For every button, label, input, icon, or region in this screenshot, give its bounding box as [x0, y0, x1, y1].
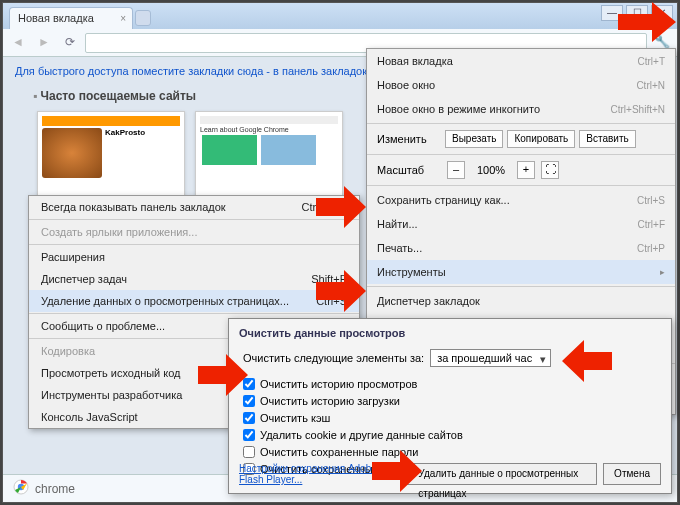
submenu-clear-browsing-data[interactable]: Удаление данных о просмотренных страница…: [29, 290, 359, 312]
submenu-extensions[interactable]: Расширения: [29, 246, 359, 268]
zoom-out-button[interactable]: –: [447, 161, 465, 179]
clear-browsing-data-dialog: Очистить данные просмотров Очистить след…: [228, 318, 672, 494]
chrome-logo-icon: [13, 479, 29, 498]
cut-button[interactable]: Вырезать: [445, 130, 503, 148]
zoom-in-button[interactable]: +: [517, 161, 535, 179]
tab-close-icon[interactable]: ×: [120, 13, 126, 24]
clear-range-label: Очистить следующие элементы за:: [243, 352, 424, 364]
site-thumbnail[interactable]: KakProsto: [37, 111, 185, 199]
cb-download-history[interactable]: Очистить историю загрузки: [243, 392, 657, 409]
menu-bookmark-manager[interactable]: Диспетчер закладок: [367, 289, 675, 313]
window-titlebar: Новая вкладка × — ☐ ✕: [3, 3, 677, 29]
dialog-title: Очистить данные просмотров: [229, 319, 671, 343]
fullscreen-button[interactable]: ⛶: [541, 161, 559, 179]
cancel-button[interactable]: Отмена: [603, 463, 661, 485]
time-range-select[interactable]: за прошедший час: [430, 349, 551, 367]
cb-cache[interactable]: Очистить кэш: [243, 409, 657, 426]
clear-data-button[interactable]: Удалить данные о просмотренных страницах: [407, 463, 597, 485]
cb-browsing-history[interactable]: Очистить историю просмотров: [243, 375, 657, 392]
menu-print[interactable]: Печать...Ctrl+P: [367, 236, 675, 260]
paste-button[interactable]: Вставить: [579, 130, 635, 148]
cb-cookies[interactable]: Удалить cookie и другие данные сайтов: [243, 426, 657, 443]
menu-zoom-row: Масштаб – 100% + ⛶: [367, 157, 675, 183]
reload-button[interactable]: ⟳: [59, 33, 81, 53]
menu-edit-row: Изменить Вырезать Копировать Вставить: [367, 126, 675, 152]
submenu-task-manager[interactable]: Диспетчер задачShift+E: [29, 268, 359, 290]
menu-tools[interactable]: Инструменты▸: [367, 260, 675, 284]
flash-settings-link[interactable]: Настройки сохранения Adobe Flash Player.…: [239, 463, 401, 485]
back-button[interactable]: ◄: [7, 33, 29, 53]
tab-title: Новая вкладка: [18, 12, 94, 24]
menu-find[interactable]: Найти...Ctrl+F: [367, 212, 675, 236]
menu-new-tab[interactable]: Новая вкладкаCtrl+T: [367, 49, 675, 73]
site-thumbnail[interactable]: Learn about Google Chrome: [195, 111, 343, 199]
window-close-button[interactable]: ✕: [651, 5, 673, 21]
copy-button[interactable]: Копировать: [507, 130, 575, 148]
submenu-create-shortcuts: Создать ярлыки приложения...: [29, 221, 359, 243]
menu-new-window[interactable]: Новое окноCtrl+N: [367, 73, 675, 97]
submenu-always-show-bookmarks[interactable]: Всегда показывать панель закладокCtrl+Sh…: [29, 196, 359, 218]
cb-passwords[interactable]: Очистить сохраненные пароли: [243, 443, 657, 460]
browser-tab[interactable]: Новая вкладка ×: [9, 7, 133, 29]
menu-incognito[interactable]: Новое окно в режиме инкогнитоCtrl+Shift+…: [367, 97, 675, 121]
forward-button[interactable]: ►: [33, 33, 55, 53]
new-tab-button[interactable]: [135, 10, 151, 26]
menu-save-page[interactable]: Сохранить страницу как...Ctrl+S: [367, 188, 675, 212]
zoom-value: 100%: [471, 164, 511, 176]
window-maximize-button[interactable]: ☐: [626, 5, 648, 21]
window-minimize-button[interactable]: —: [601, 5, 623, 21]
bottom-bar-label: chrome: [35, 482, 75, 496]
submenu-arrow-icon: ▸: [660, 267, 665, 277]
